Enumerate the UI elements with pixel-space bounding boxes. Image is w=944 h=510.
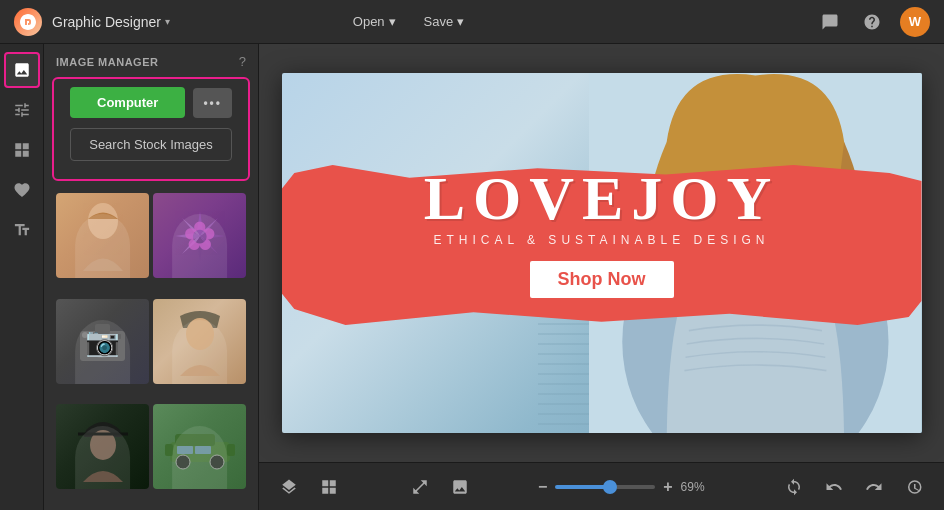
svg-point-0 — [88, 203, 118, 239]
canvas-area: LOVEJOY ETHICAL & SUSTAINABLE DESIGN Sho… — [259, 44, 944, 510]
thumb-face-4 — [153, 299, 246, 384]
thumbnail-4[interactable] — [153, 299, 246, 384]
svg-point-6 — [99, 344, 105, 350]
panel-title: IMAGE MANAGER — [56, 56, 158, 68]
sidebar-item-text[interactable] — [4, 212, 40, 248]
zoom-value: 69% — [681, 480, 717, 494]
svg-point-5 — [96, 341, 108, 353]
svg-rect-12 — [175, 434, 215, 446]
thumb-face-1 — [56, 193, 149, 278]
save-label: Save — [424, 14, 454, 29]
image-edit-button[interactable] — [446, 473, 474, 501]
history-button[interactable] — [900, 473, 928, 501]
app-logo[interactable] — [14, 8, 42, 36]
svg-point-8 — [82, 332, 88, 338]
open-button[interactable]: Open ▾ — [339, 8, 410, 35]
app-title[interactable]: Graphic Designer ▾ — [52, 14, 170, 30]
bottom-toolbar: − + 69% — [259, 462, 944, 510]
sidebar-item-grid[interactable] — [4, 132, 40, 168]
svg-rect-7 — [113, 334, 121, 339]
layout-button[interactable] — [315, 473, 343, 501]
zoom-in-button[interactable]: + — [663, 478, 672, 496]
thumbnail-2[interactable] — [153, 193, 246, 278]
svg-point-9 — [186, 318, 214, 350]
panel-header: IMAGE MANAGER ? — [44, 44, 258, 77]
canvas-wrapper: LOVEJOY ETHICAL & SUSTAINABLE DESIGN Sho… — [259, 44, 944, 462]
thumb-face-2 — [153, 193, 246, 278]
open-label: Open — [353, 14, 385, 29]
search-stock-button[interactable]: Search Stock Images — [70, 128, 232, 161]
svg-point-14 — [210, 455, 224, 469]
zoom-controls: − + 69% — [538, 478, 717, 496]
toolbar-right — [780, 473, 928, 501]
toolbar-center — [406, 473, 474, 501]
computer-upload-button[interactable]: Computer — [70, 87, 185, 118]
help-button[interactable] — [858, 8, 886, 36]
sidebar-item-adjust[interactable] — [4, 92, 40, 128]
canvas-cta-button[interactable]: Shop Now — [530, 261, 674, 298]
chat-button[interactable] — [816, 8, 844, 36]
canvas-background: LOVEJOY ETHICAL & SUSTAINABLE DESIGN Sho… — [282, 73, 922, 433]
more-options-button[interactable]: ••• — [193, 88, 232, 118]
thumb-face-6 — [153, 404, 246, 489]
open-chevron: ▾ — [389, 14, 396, 29]
thumb-face-3 — [56, 299, 149, 384]
svg-rect-16 — [227, 444, 235, 456]
svg-point-13 — [176, 455, 190, 469]
zoom-out-button[interactable]: − — [538, 478, 547, 496]
layers-button[interactable] — [275, 473, 303, 501]
resize-button[interactable] — [406, 473, 434, 501]
topnav-right: W — [816, 7, 930, 37]
image-manager-panel: IMAGE MANAGER ? Computer ••• Search Stoc… — [44, 44, 259, 510]
zoom-slider[interactable] — [555, 485, 655, 489]
sidebar-item-image[interactable] — [4, 52, 40, 88]
svg-point-10 — [90, 430, 116, 460]
svg-rect-2 — [80, 331, 125, 361]
user-avatar[interactable]: W — [900, 7, 930, 37]
undo-button[interactable] — [820, 473, 848, 501]
thumbnail-6[interactable] — [153, 404, 246, 489]
app-title-text: Graphic Designer — [52, 14, 161, 30]
canvas-title: LOVEJOY — [424, 167, 780, 229]
app-title-chevron: ▾ — [165, 16, 170, 27]
svg-rect-11 — [170, 442, 230, 462]
topnav-center: Open ▾ Save ▾ — [339, 8, 478, 35]
save-button[interactable]: Save ▾ — [410, 8, 479, 35]
toolbar-left — [275, 473, 343, 501]
panel-help-icon[interactable]: ? — [239, 54, 246, 69]
svg-rect-15 — [165, 444, 173, 456]
thumbnail-grid — [44, 189, 258, 510]
thumb-face-5 — [56, 404, 149, 489]
redo-button[interactable] — [860, 473, 888, 501]
sync-button[interactable] — [780, 473, 808, 501]
thumbnail-1[interactable] — [56, 193, 149, 278]
sidebar-item-favorites[interactable] — [4, 172, 40, 208]
panel-upload-section: Computer ••• Search Stock Images — [52, 77, 250, 181]
thumbnail-5[interactable] — [56, 404, 149, 489]
svg-rect-18 — [195, 446, 211, 454]
canvas-text: LOVEJOY ETHICAL & SUSTAINABLE DESIGN Sho… — [282, 147, 922, 318]
topnav: Graphic Designer ▾ Open ▾ Save ▾ W — [0, 0, 944, 44]
svg-rect-17 — [177, 446, 193, 454]
thumbnail-3[interactable] — [56, 299, 149, 384]
canvas-card[interactable]: LOVEJOY ETHICAL & SUSTAINABLE DESIGN Sho… — [282, 73, 922, 433]
svg-rect-3 — [95, 324, 110, 334]
svg-point-4 — [92, 337, 112, 357]
canvas-subtitle: ETHICAL & SUSTAINABLE DESIGN — [433, 233, 769, 247]
svg-point-1 — [195, 231, 205, 241]
main-area: IMAGE MANAGER ? Computer ••• Search Stoc… — [0, 44, 944, 510]
icon-sidebar — [0, 44, 44, 510]
panel-buttons: Computer ••• — [58, 87, 244, 128]
save-chevron: ▾ — [457, 14, 464, 29]
